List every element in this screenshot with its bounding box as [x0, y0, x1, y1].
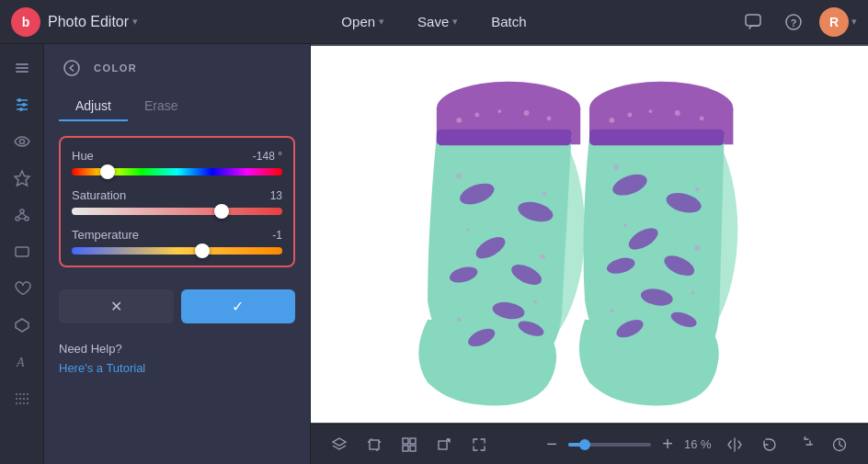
tab-erase[interactable]: Erase [128, 92, 195, 121]
svg-point-26 [64, 61, 79, 75]
svg-text:A: A [16, 356, 25, 369]
svg-rect-79 [403, 438, 408, 444]
svg-rect-20 [16, 247, 29, 256]
batch-button[interactable]: Batch [478, 8, 539, 35]
svg-rect-80 [410, 438, 416, 444]
svg-rect-82 [410, 446, 416, 451]
user-chevron-icon: ▾ [851, 16, 857, 28]
svg-point-62 [610, 308, 614, 312]
svg-rect-31 [437, 129, 572, 145]
rect-tool-button[interactable] [6, 235, 39, 268]
canvas-viewport[interactable] [311, 44, 868, 424]
nodes-tool-button[interactable] [6, 198, 39, 232]
layers-bottom-button[interactable] [326, 431, 353, 458]
bottom-toolbar: − + 16 % [311, 424, 868, 464]
logo-area: b Photo Editor ▾ [11, 7, 138, 37]
heart-tool-button[interactable] [6, 272, 39, 305]
svg-rect-81 [403, 446, 408, 451]
crop-bottom-button[interactable] [360, 431, 388, 458]
hue-value: -148 ° [253, 150, 282, 163]
svg-point-9 [22, 103, 26, 107]
back-button[interactable] [59, 55, 85, 81]
help-section: Need Help? Here's a Tutorial [44, 334, 310, 383]
redo-button[interactable] [791, 431, 818, 458]
flip-button[interactable] [721, 431, 748, 458]
svg-point-69 [610, 117, 615, 122]
svg-rect-0 [746, 15, 760, 26]
nav-center: Open ▾ Save ▾ Batch [328, 8, 539, 35]
chat-button[interactable] [738, 7, 768, 37]
svg-rect-4 [16, 67, 29, 69]
svg-marker-21 [16, 319, 29, 332]
svg-point-14 [20, 209, 24, 213]
adjustments-tool-button[interactable] [6, 88, 39, 121]
svg-point-73 [700, 116, 704, 120]
svg-point-61 [694, 244, 700, 250]
hue-slider-track[interactable] [72, 168, 282, 175]
zoom-slider-track[interactable] [568, 443, 651, 447]
svg-point-12 [19, 140, 24, 144]
svg-point-63 [691, 290, 694, 294]
saturation-label: Saturation [72, 188, 126, 202]
history-button[interactable] [826, 431, 853, 458]
svg-point-16 [25, 217, 29, 221]
zoom-out-button[interactable]: − [541, 434, 563, 456]
saturation-label-row: Saturation 13 [72, 188, 282, 202]
svg-point-67 [524, 110, 530, 116]
canvas-area: − + 16 % [311, 44, 868, 464]
star-tool-button[interactable] [6, 162, 39, 195]
svg-line-18 [22, 213, 27, 217]
cancel-button[interactable]: ✕ [59, 289, 174, 323]
svg-text:?: ? [791, 17, 797, 28]
layers-tool-button[interactable] [6, 51, 39, 85]
hue-label-row: Hue -148 ° [72, 149, 282, 163]
nav-right: ? R ▾ [738, 7, 857, 37]
zoom-in-button[interactable]: + [657, 434, 679, 456]
svg-rect-83 [439, 441, 447, 449]
undo-button[interactable] [756, 431, 783, 458]
resize-bottom-button[interactable] [430, 431, 458, 458]
temperature-slider-track[interactable] [72, 247, 282, 255]
hue-slider-row: Hue -148 ° [72, 149, 282, 175]
top-nav: b Photo Editor ▾ Open ▾ Save ▾ Batch ? R [0, 0, 868, 44]
help-link[interactable]: Here's a Tutorial [59, 361, 145, 375]
shape-tool-button[interactable] [6, 309, 39, 342]
svg-point-72 [675, 110, 680, 116]
svg-point-7 [17, 98, 21, 102]
main-area: A COLOR Adjust Erase Hue -148 ° [0, 44, 868, 464]
help-button[interactable]: ? [779, 7, 808, 37]
open-button[interactable]: Open ▾ [328, 8, 397, 35]
tab-adjust[interactable]: Adjust [59, 92, 128, 121]
saturation-slider-track[interactable] [72, 208, 282, 215]
help-text: Need Help? [59, 342, 295, 356]
pattern-tool-button[interactable] [6, 382, 39, 415]
save-button[interactable]: Save ▾ [405, 8, 471, 35]
zoom-value: 16 % [684, 437, 714, 451]
hue-label: Hue [72, 149, 94, 163]
panel-section-title: COLOR [94, 62, 137, 74]
svg-point-57 [533, 300, 537, 303]
svg-rect-35 [589, 129, 725, 145]
grid-bottom-button[interactable] [395, 431, 423, 458]
text-tool-button[interactable]: A [6, 345, 39, 379]
user-avatar[interactable]: R [819, 7, 849, 37]
icon-bar: A [0, 44, 44, 464]
eye-tool-button[interactable] [6, 125, 39, 158]
saturation-thumb[interactable] [214, 204, 229, 219]
temperature-slider-row: Temperature -1 [72, 228, 282, 255]
svg-marker-13 [15, 171, 29, 186]
hue-thumb[interactable] [100, 164, 115, 179]
svg-point-70 [628, 112, 633, 117]
svg-point-71 [649, 109, 653, 113]
svg-point-56 [457, 317, 462, 322]
app-logo: b [11, 7, 40, 37]
svg-point-55 [540, 254, 545, 259]
svg-point-52 [456, 173, 462, 178]
expand-bottom-button[interactable] [465, 431, 493, 458]
svg-point-59 [695, 187, 700, 191]
temperature-thumb[interactable] [195, 243, 210, 258]
svg-point-11 [19, 108, 23, 111]
svg-point-60 [623, 223, 627, 227]
panel-tabs: Adjust Erase [44, 92, 310, 129]
confirm-button[interactable]: ✓ [181, 289, 296, 323]
